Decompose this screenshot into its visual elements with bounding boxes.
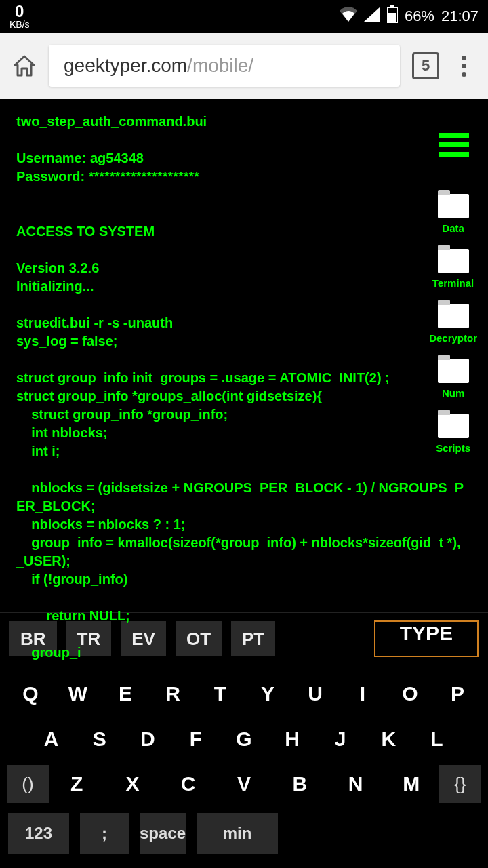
folder-num[interactable]: Num [429, 359, 477, 399]
key-z[interactable]: Z [49, 765, 104, 803]
key-space[interactable]: space [140, 813, 186, 854]
key-k[interactable]: K [365, 720, 413, 758]
key-c[interactable]: C [161, 765, 216, 803]
speed-value: 0 [15, 3, 24, 20]
status-icons: 66% 21:07 [340, 5, 479, 27]
folder-data[interactable]: Data [429, 194, 477, 234]
key-d[interactable]: D [123, 720, 171, 758]
key-y[interactable]: Y [244, 675, 291, 713]
key-s[interactable]: S [75, 720, 123, 758]
key-braces[interactable]: {} [439, 765, 481, 803]
browser-toolbar: geektyper.com/mobile/ 5 [0, 33, 488, 99]
svg-rect-2 [388, 13, 396, 22]
key-e[interactable]: E [102, 675, 149, 713]
terminal-output: two_step_auth_command.bui Username: ag54… [16, 113, 472, 662]
key-p[interactable]: P [434, 675, 481, 713]
url-domain: geektyper.com [64, 55, 187, 77]
folder-icon [438, 249, 469, 273]
keyboard-row-3: () Z X C V B N M {} [0, 765, 488, 803]
folder-terminal[interactable]: Terminal [429, 249, 477, 289]
battery-percent: 66% [405, 7, 434, 25]
key-r[interactable]: R [149, 675, 197, 713]
key-o[interactable]: O [386, 675, 434, 713]
key-semicolon[interactable]: ; [80, 813, 129, 854]
key-v[interactable]: V [216, 765, 272, 803]
status-bar: 0 KB/s 66% 21:07 [0, 0, 488, 33]
tabs-button[interactable]: 5 [412, 52, 439, 79]
folder-icon [438, 414, 469, 438]
key-l[interactable]: L [413, 720, 461, 758]
battery-icon [387, 5, 398, 27]
keyboard-row-1: Q W E R T Y U I O P [0, 675, 488, 713]
network-speed: 0 KB/s [9, 3, 30, 29]
url-path: /mobile/ [187, 55, 253, 77]
key-t[interactable]: T [197, 675, 244, 713]
key-i[interactable]: I [339, 675, 386, 713]
key-q[interactable]: Q [7, 675, 54, 713]
signal-icon [364, 7, 380, 26]
speed-unit: KB/s [9, 20, 30, 29]
url-bar[interactable]: geektyper.com/mobile/ [49, 45, 400, 87]
key-a[interactable]: A [27, 720, 75, 758]
folder-label: Num [442, 387, 464, 399]
clock: 21:07 [441, 7, 479, 25]
folder-icon [438, 359, 469, 383]
overflow-menu-icon[interactable] [451, 56, 476, 77]
key-min[interactable]: min [197, 813, 278, 854]
keyboard-rows: Q W E R T Y U I O P A S D F G H J K L ()… [0, 665, 488, 868]
key-f[interactable]: F [171, 720, 220, 758]
folder-decryptor[interactable]: Decryptor [429, 304, 477, 344]
hamburger-icon[interactable] [439, 133, 469, 157]
page-content[interactable]: two_step_auth_command.bui Username: ag54… [0, 99, 488, 612]
folder-label: Scripts [436, 442, 470, 454]
home-icon[interactable] [12, 54, 37, 78]
folder-scripts[interactable]: Scripts [429, 414, 477, 454]
folder-icon [438, 304, 469, 328]
key-numbers[interactable]: 123 [8, 813, 69, 854]
key-j[interactable]: J [317, 720, 365, 758]
key-u[interactable]: U [291, 675, 339, 713]
key-m[interactable]: M [384, 765, 439, 803]
key-h[interactable]: H [268, 720, 317, 758]
folder-label: Data [442, 222, 464, 234]
keyboard-row-bottom: 123 ; space min [0, 810, 488, 861]
folder-label: Terminal [432, 277, 474, 289]
key-n[interactable]: N [327, 765, 383, 803]
key-b[interactable]: B [272, 765, 327, 803]
folder-icon [438, 194, 469, 218]
folder-label: Decryptor [429, 332, 477, 344]
key-w[interactable]: W [54, 675, 102, 713]
folder-sidebar: Data Terminal Decryptor Num Scripts [429, 194, 477, 454]
wifi-icon [340, 7, 357, 26]
key-g[interactable]: G [220, 720, 268, 758]
key-parens[interactable]: () [7, 765, 49, 803]
tab-count: 5 [422, 57, 430, 75]
keyboard-row-2: A S D F G H J K L [0, 720, 488, 758]
key-x[interactable]: X [104, 765, 160, 803]
